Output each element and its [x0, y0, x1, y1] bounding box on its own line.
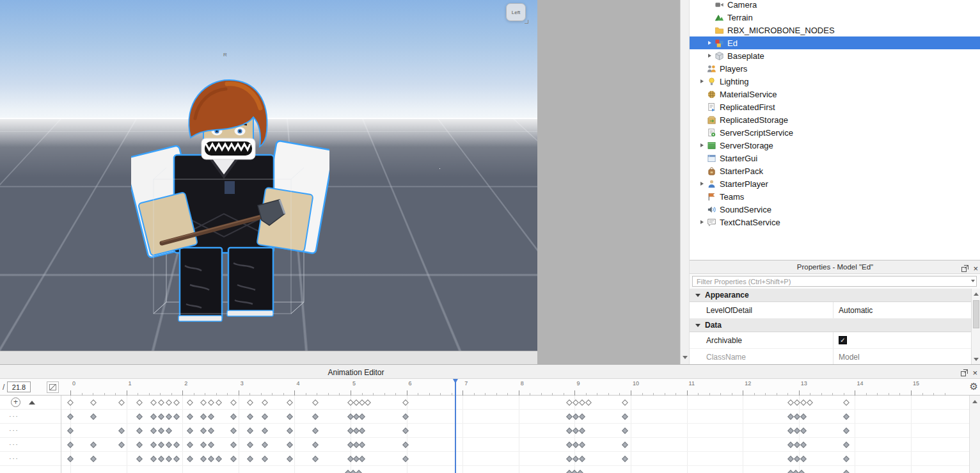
keyframe[interactable]: [794, 428, 800, 434]
keyframe[interactable]: [158, 442, 164, 448]
keyframe-track-area[interactable]: [61, 396, 969, 473]
settings-gear-icon[interactable]: ⚙: [970, 381, 978, 392]
keyframe[interactable]: [247, 399, 253, 406]
keyframe[interactable]: [577, 470, 583, 473]
keyframe[interactable]: [402, 399, 409, 406]
float-panel-icon[interactable]: [961, 367, 968, 379]
close-icon[interactable]: ×: [972, 369, 977, 377]
keyframe[interactable]: [67, 413, 74, 420]
keyframe[interactable]: [365, 399, 371, 406]
explorer-item-rbx_microbone_nodes[interactable]: RBX_MICROBONE_NODES: [690, 24, 980, 36]
timeline-ruler[interactable]: 0123456789101112131415: [61, 379, 969, 396]
keyframe[interactable]: [622, 428, 628, 434]
keyframe[interactable]: [794, 413, 800, 420]
track-options-button[interactable]: ···: [9, 426, 19, 434]
dock-splitter[interactable]: [0, 351, 537, 364]
property-value[interactable]: Automatic: [834, 306, 971, 315]
keyframe[interactable]: [173, 442, 180, 448]
expand-arrow-icon[interactable]: [706, 52, 715, 60]
explorer-item-starterpack[interactable]: StarterPack: [690, 164, 980, 177]
keyframe[interactable]: [247, 442, 253, 448]
keyframe[interactable]: [173, 413, 180, 420]
keyframe[interactable]: [566, 399, 573, 406]
keyframe[interactable]: [402, 456, 409, 462]
keyframe[interactable]: [67, 456, 74, 462]
keyframe[interactable]: [173, 399, 180, 406]
keyframe[interactable]: [166, 413, 172, 420]
filter-properties-input[interactable]: [692, 276, 977, 287]
keyframe[interactable]: [166, 456, 172, 462]
keyframe[interactable]: [566, 413, 573, 420]
keyframe[interactable]: [312, 442, 319, 448]
add-keyframe-button[interactable]: +: [11, 397, 20, 407]
keyframe[interactable]: [402, 413, 409, 420]
keyframe[interactable]: [262, 442, 268, 448]
keyframe[interactable]: [843, 456, 850, 462]
keyframe[interactable]: [67, 399, 74, 406]
keyframe[interactable]: [136, 456, 143, 462]
explorer-item-serverscriptservice[interactable]: ServerScriptService: [690, 126, 980, 139]
keyframe[interactable]: [90, 413, 97, 420]
keyframe[interactable]: [573, 428, 579, 434]
properties-scrollbar[interactable]: [971, 289, 980, 364]
keyframe[interactable]: [787, 456, 794, 462]
keyframe[interactable]: [208, 399, 214, 406]
keyframe[interactable]: [67, 428, 74, 434]
scroll-up-icon[interactable]: [974, 293, 979, 296]
keyframe[interactable]: [287, 399, 293, 406]
vertical-scrollbar[interactable]: [680, 0, 689, 364]
keyframe[interactable]: [787, 442, 794, 448]
keyframe[interactable]: [800, 456, 807, 462]
keyframe[interactable]: [166, 442, 172, 448]
explorer-item-startergui[interactable]: StarterGui: [690, 152, 980, 164]
explorer-item-ed[interactable]: Ed: [690, 36, 980, 49]
keyframe[interactable]: [579, 399, 585, 406]
keyframe[interactable]: [187, 456, 193, 462]
keyframe[interactable]: [230, 442, 237, 448]
keyframe[interactable]: [787, 399, 794, 406]
keyframe[interactable]: [118, 399, 125, 406]
explorer-item-textchatservice[interactable]: TextChatService: [690, 216, 980, 228]
keyframe[interactable]: [579, 428, 585, 434]
keyframe[interactable]: [208, 456, 214, 462]
keyframe[interactable]: [787, 428, 794, 434]
keyframe[interactable]: [402, 442, 409, 448]
scroll-up-icon[interactable]: [29, 401, 35, 405]
keyframe[interactable]: [200, 428, 207, 434]
keyframe[interactable]: [150, 428, 157, 434]
keyframe[interactable]: [843, 442, 850, 448]
view-orientation-chip[interactable]: Left: [506, 3, 526, 21]
scroll-down-icon[interactable]: [974, 358, 979, 361]
track-scrollbar-column[interactable]: [969, 396, 980, 473]
keyframe[interactable]: [622, 456, 628, 462]
explorer-item-camera[interactable]: Camera: [690, 0, 980, 11]
3d-viewport[interactable]: R: [0, 0, 537, 351]
keyframe[interactable]: [216, 456, 222, 462]
keyframe[interactable]: [359, 428, 365, 434]
keyframe[interactable]: [158, 428, 164, 434]
keyframe[interactable]: [200, 442, 207, 448]
track-options-button[interactable]: ···: [9, 440, 19, 448]
keyframe[interactable]: [208, 428, 214, 434]
track-options-button[interactable]: ···: [9, 454, 19, 462]
keyframe[interactable]: [187, 442, 193, 448]
keyframe[interactable]: [800, 413, 807, 420]
explorer-item-soundservice[interactable]: SoundService: [690, 203, 980, 216]
keyframe[interactable]: [262, 413, 268, 420]
close-icon[interactable]: ×: [973, 265, 978, 273]
keyframe[interactable]: [787, 413, 794, 420]
section-header-appearance[interactable]: Appearance: [690, 289, 971, 302]
keyframe[interactable]: [312, 413, 319, 420]
track-options-button[interactable]: ···: [9, 412, 19, 420]
keyframe[interactable]: [200, 456, 207, 462]
keyframe[interactable]: [622, 442, 628, 448]
keyframe[interactable]: [173, 456, 180, 462]
keyframe[interactable]: [136, 399, 143, 406]
keyframe[interactable]: [807, 399, 813, 406]
property-value[interactable]: ✓: [834, 336, 971, 344]
keyframe[interactable]: [230, 413, 237, 420]
float-panel-icon[interactable]: [961, 263, 968, 275]
keyframe[interactable]: [402, 428, 409, 434]
keyframe[interactable]: [90, 456, 97, 462]
explorer-item-teams[interactable]: Teams: [690, 190, 980, 203]
